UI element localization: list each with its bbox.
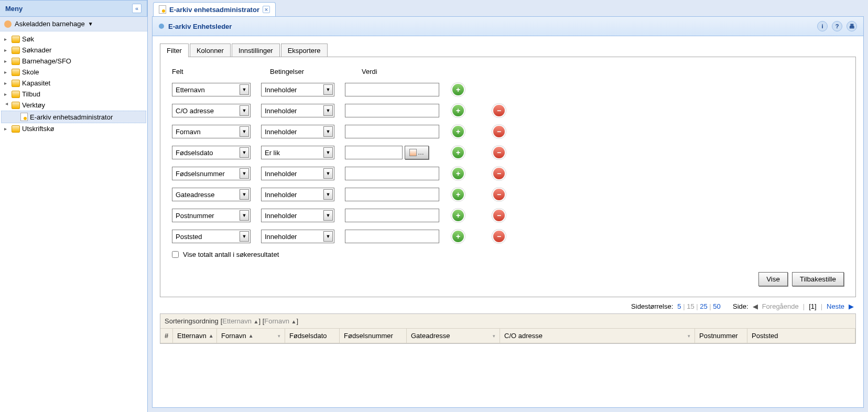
add-row-button[interactable]: +: [452, 126, 464, 137]
datepicker-button[interactable]: …: [405, 146, 429, 159]
field-select[interactable]: Fornavn▼: [172, 125, 251, 138]
tab-eksportere[interactable]: Eksportere: [281, 44, 328, 57]
col-gateadresse[interactable]: Gateadresse▾: [407, 329, 500, 343]
sort-col[interactable]: [Fornavn ▲]: [261, 317, 298, 325]
vise-button[interactable]: Vise: [758, 272, 788, 286]
col-etternavn[interactable]: Etternavn▲: [173, 329, 217, 343]
field-select[interactable]: C/O adresse▼: [172, 104, 251, 117]
remove-row-button[interactable]: −: [493, 210, 505, 221]
condition-select[interactable]: Inneholder▼: [261, 83, 334, 96]
sidebar-item-s-knader[interactable]: ▸Søknader: [0, 45, 147, 56]
value-input[interactable]: [345, 209, 439, 222]
show-total-checkbox[interactable]: [172, 251, 179, 258]
filter-row: Fødselsdato▼Er lik▼…+−: [172, 146, 844, 159]
sidebar-title: Meny: [5, 5, 23, 13]
sidebar-item-tilbud[interactable]: ▸Tilbud: [0, 89, 147, 100]
remove-row-button[interactable]: −: [493, 189, 505, 200]
value-input[interactable]: [345, 230, 439, 243]
head-felt: Felt: [172, 68, 259, 75]
col--[interactable]: #: [160, 329, 173, 343]
col-f-dselsdato[interactable]: Fødselsdato: [285, 329, 340, 343]
value-input[interactable]: [345, 188, 439, 201]
sidebar-item-skole[interactable]: ▸Skole: [0, 67, 147, 78]
add-row-button[interactable]: +: [452, 84, 464, 95]
pagesize-5[interactable]: 5: [677, 302, 681, 310]
field-select[interactable]: Fødselsnummer▼: [172, 167, 251, 180]
remove-row-button[interactable]: −: [493, 231, 505, 242]
condition-select[interactable]: Inneholder▼: [261, 209, 334, 222]
panel-title: E-arkiv Enhetsleder i ? 🖶: [153, 17, 863, 36]
chevron-down-icon: ▼: [323, 210, 333, 221]
col-f-dselsnummer[interactable]: Fødselsnummer: [340, 329, 407, 343]
value-input[interactable]: [345, 146, 403, 159]
tree-label: Tilbud: [22, 90, 40, 98]
folder-icon: [12, 125, 20, 133]
field-select[interactable]: Postnummer▼: [172, 209, 251, 222]
value-input[interactable]: [345, 104, 439, 117]
field-select[interactable]: Gateadresse▼: [172, 188, 251, 201]
add-row-button[interactable]: +: [452, 189, 464, 200]
reset-button[interactable]: Tilbakestille: [792, 272, 844, 286]
prev-arrow-icon[interactable]: ◀: [753, 302, 758, 310]
header-row: #Etternavn▲Fornavn▲▾FødselsdatoFødselsnu…: [160, 329, 855, 343]
sort-col[interactable]: [Etternavn ▲]: [221, 317, 261, 325]
field-select[interactable]: Poststed▼: [172, 230, 251, 243]
field-select[interactable]: Fødselsdato▼: [172, 146, 251, 159]
chevron-down-icon: ▼: [323, 84, 333, 95]
sidebar-item-s-k[interactable]: ▸Søk: [0, 34, 147, 45]
col-c-o-adresse[interactable]: C/O adresse▾: [500, 329, 695, 343]
remove-row-button[interactable]: −: [493, 168, 505, 179]
value-input[interactable]: [345, 83, 439, 96]
add-row-button[interactable]: +: [452, 210, 464, 221]
sidebar-item-e-arkiv-enhetsadministrator[interactable]: E-arkiv enhetsadministrator: [1, 111, 146, 123]
condition-select[interactable]: Inneholder▼: [261, 188, 334, 201]
value-input[interactable]: [345, 125, 439, 138]
help-icon[interactable]: ?: [832, 21, 842, 31]
condition-value: Inneholder: [265, 128, 297, 136]
add-row-button[interactable]: +: [452, 105, 464, 116]
org-selector[interactable]: Askeladden barnehage ▼: [0, 17, 147, 31]
field-value: C/O adresse: [176, 107, 214, 115]
next-arrow-icon[interactable]: ▶: [849, 302, 854, 310]
condition-select[interactable]: Inneholder▼: [261, 104, 334, 117]
remove-row-button[interactable]: −: [493, 105, 505, 116]
field-select[interactable]: Etternavn▼: [172, 83, 251, 96]
filter-row: Fødselsnummer▼Inneholder▼+−: [172, 167, 844, 180]
tab-kolonner[interactable]: Kolonner: [190, 44, 231, 57]
tab-innstillinger[interactable]: Innstillinger: [232, 44, 280, 57]
remove-row-button[interactable]: −: [493, 147, 505, 158]
add-row-button[interactable]: +: [452, 168, 464, 179]
expand-icon: ▸: [4, 80, 9, 86]
condition-select[interactable]: Inneholder▼: [261, 167, 334, 180]
add-row-button[interactable]: +: [452, 231, 464, 242]
col-postnummer[interactable]: Postnummer: [695, 329, 747, 343]
pagesize-25[interactable]: 25: [700, 302, 707, 310]
sidebar-item-utskriftsk-[interactable]: ▸Utskriftskø: [0, 123, 147, 134]
info-icon[interactable]: i: [817, 21, 828, 31]
condition-select[interactable]: Inneholder▼: [261, 125, 334, 138]
col-fornavn[interactable]: Fornavn▲▾: [217, 329, 285, 343]
filter-row: Poststed▼Inneholder▼+−: [172, 230, 844, 243]
pagesize-50[interactable]: 50: [713, 302, 720, 310]
col-poststed[interactable]: Poststed: [747, 329, 855, 343]
sidebar-item-kapasitet[interactable]: ▸Kapasitet: [0, 78, 147, 89]
condition-select[interactable]: Er lik▼: [261, 146, 334, 159]
print-icon[interactable]: 🖶: [847, 21, 857, 31]
close-icon[interactable]: ×: [263, 6, 270, 13]
sidebar-item-verkt-y[interactable]: ▾Verktøy: [0, 100, 147, 111]
remove-row-button[interactable]: −: [493, 126, 505, 137]
tabstrip: E-arkiv enhetsadministrator ×: [148, 0, 868, 16]
pagesize-label: Sidestørrelse:: [631, 302, 673, 310]
col-label: Gateadresse: [411, 332, 450, 340]
add-row-button[interactable]: +: [452, 147, 464, 158]
filter-head: Felt Betingelser Verdi: [172, 68, 844, 75]
filter-row: Postnummer▼Inneholder▼+−: [172, 209, 844, 222]
condition-select[interactable]: Inneholder▼: [261, 230, 334, 243]
value-input[interactable]: [345, 167, 439, 180]
tab-filter[interactable]: Filter: [160, 44, 189, 57]
next-link[interactable]: Neste: [827, 302, 844, 310]
sidebar-item-barnehage-sfo[interactable]: ▸Barnehage/SFO: [0, 56, 147, 67]
sidebar-collapse-icon[interactable]: «: [132, 4, 142, 13]
tab-earkiv[interactable]: E-arkiv enhetsadministrator ×: [153, 2, 276, 16]
page-icon: [159, 5, 166, 14]
